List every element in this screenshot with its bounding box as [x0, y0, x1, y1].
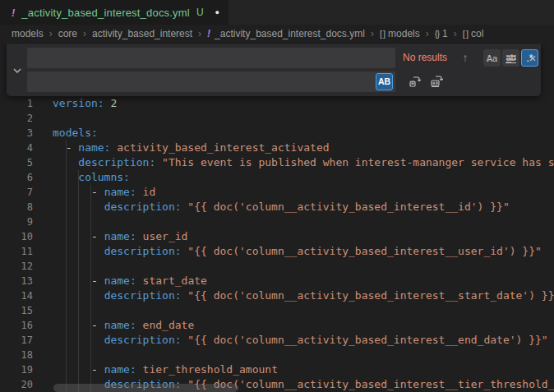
- code-text: description: "{{ doc('column__activity_b…: [33, 244, 542, 259]
- unsaved-dot-icon[interactable]: ●: [215, 8, 219, 16]
- code-lines: 1version: 223models:4 - name: activity_b…: [0, 96, 554, 392]
- code-token: [53, 245, 104, 257]
- line-number: 10: [0, 229, 33, 244]
- git-status-badge: U: [196, 7, 204, 18]
- line-number: 14: [0, 288, 33, 303]
- code-line[interactable]: 15: [0, 303, 554, 318]
- editor[interactable]: 1version: 223models:4 - name: activity_b…: [0, 43, 554, 392]
- line-number: 9: [0, 214, 33, 229]
- line-number: 1: [0, 96, 33, 111]
- code-token: [53, 171, 78, 183]
- code-line[interactable]: 9: [0, 214, 554, 229]
- code-token: tier_threshold_amount: [136, 363, 278, 376]
- find-input[interactable]: \s{6}- name: (.*)\n description: "": [27, 48, 395, 68]
- breadcrumb-item[interactable]: activity_based_interest: [92, 28, 192, 39]
- breadcrumb-item[interactable]: core: [58, 28, 77, 39]
- breadcrumb-item[interactable]: [ ]col: [463, 28, 484, 39]
- code-token: models:: [53, 127, 98, 139]
- line-number: 3: [0, 126, 33, 141]
- code-token: user_id: [136, 230, 188, 242]
- code-line[interactable]: 6 columns:: [0, 170, 554, 185]
- code-token: "{{ doc('column__activity_based_interest…: [182, 289, 554, 302]
- line-number: 7: [0, 185, 33, 200]
- breadcrumb-label: activity_based_interest: [92, 28, 192, 39]
- symbol-object-icon: {}: [435, 29, 439, 39]
- code-line[interactable]: 12: [0, 259, 554, 274]
- line-number: 18: [0, 348, 33, 362]
- code-token: name:: [104, 363, 136, 376]
- breadcrumb-label: core: [58, 28, 77, 39]
- line-number: 15: [0, 303, 33, 318]
- code-line[interactable]: 14 description: "{{ doc('column__activit…: [0, 288, 554, 303]
- code-token: name:: [104, 230, 136, 242]
- code-token: -: [53, 319, 104, 331]
- find-next-button[interactable]: ↓: [479, 48, 497, 67]
- code-line[interactable]: 11 description: "{{ doc('column__activit…: [0, 244, 554, 259]
- code-token: [53, 334, 104, 346]
- find-replace-widget: \s{6}- name: (.*)\n description: "" Aa a…: [7, 44, 541, 96]
- code-text: [33, 259, 53, 274]
- code-token: name:: [104, 274, 136, 287]
- find-in-selection-button[interactable]: [502, 48, 520, 67]
- code-token: version:: [53, 97, 104, 109]
- toggle-replace-chevron-icon[interactable]: [11, 64, 24, 77]
- code-token: name:: [104, 319, 136, 331]
- code-line[interactable]: 1version: 2: [0, 96, 554, 111]
- code-line[interactable]: 7 - name: id: [0, 185, 554, 200]
- breadcrumb-item[interactable]: !_activity_based_interest_docs.yml: [207, 28, 365, 39]
- code-token: "{{ doc('column__activity_based_interest…: [182, 334, 548, 346]
- breadcrumb-item[interactable]: models: [12, 28, 44, 39]
- code-token: description:: [104, 334, 182, 346]
- code-line[interactable]: 5 description: "This event is published …: [0, 155, 554, 170]
- vscode-window: ! _activity_based_interest_docs.yml U ● …: [0, 0, 554, 392]
- find-previous-button[interactable]: ↑: [456, 48, 474, 67]
- yaml-file-icon: !: [12, 7, 15, 19]
- code-line[interactable]: 4 - name: activity_based_interest_activa…: [0, 141, 554, 155]
- code-token: -: [53, 230, 104, 242]
- preserve-case-button[interactable]: AB: [376, 73, 393, 90]
- code-text: columns:: [33, 170, 130, 185]
- line-number: 5: [0, 155, 33, 170]
- code-text: [33, 348, 53, 362]
- code-line[interactable]: 17 description: "{{ doc('column__activit…: [0, 333, 554, 348]
- code-token: 2: [104, 97, 118, 109]
- code-text: - name: user_id: [33, 229, 187, 244]
- code-token: name:: [104, 186, 136, 198]
- code-line[interactable]: 19 - name: tier_threshold_amount: [0, 362, 554, 377]
- breadcrumb-label: _activity_based_interest_docs.yml: [215, 28, 365, 39]
- code-token: start_date: [136, 274, 207, 287]
- code-token: description:: [78, 156, 155, 168]
- replace-all-button[interactable]: [427, 72, 446, 90]
- replace-button[interactable]: [406, 72, 424, 90]
- horizontal-scrollbar-thumb[interactable]: [53, 384, 238, 392]
- replace-input[interactable]: - name: $1\n description: "{{ doc('colum…: [27, 71, 395, 92]
- code-line[interactable]: 18: [0, 348, 554, 362]
- code-token: id: [136, 186, 155, 198]
- code-token: "This event is published when interest-m…: [155, 156, 554, 168]
- tab-filename: _activity_based_interest_docs.yml: [21, 7, 190, 19]
- code-token: [53, 289, 104, 302]
- code-line[interactable]: 3models:: [0, 126, 554, 141]
- tab-bar: ! _activity_based_interest_docs.yml U ●: [0, 0, 554, 25]
- code-text: - name: start_date: [33, 274, 207, 288]
- symbol-array-icon: [ ]: [380, 29, 385, 39]
- line-number: 8: [0, 200, 33, 214]
- code-line[interactable]: 16 - name: end_date: [0, 318, 554, 333]
- tab-active[interactable]: ! _activity_based_interest_docs.yml U ●: [0, 0, 229, 25]
- code-text: [33, 111, 53, 126]
- chevron-right-icon: ›: [198, 28, 201, 39]
- line-number: 2: [0, 111, 33, 126]
- breadcrumb-item[interactable]: {}1: [435, 28, 448, 39]
- breadcrumb-label: models: [12, 28, 44, 39]
- chevron-right-icon: ›: [454, 28, 457, 39]
- code-line[interactable]: 2: [0, 111, 554, 126]
- code-token: end_date: [136, 319, 194, 331]
- code-text: description: "{{ doc('column__activity_b…: [33, 288, 554, 303]
- code-token: -: [53, 141, 78, 154]
- breadcrumb-item[interactable]: [ ]models: [380, 28, 420, 39]
- code-line[interactable]: 10 - name: user_id: [0, 229, 554, 244]
- line-number: 6: [0, 170, 33, 185]
- code-line[interactable]: 8 description: "{{ doc('column__activity…: [0, 200, 554, 214]
- close-find-widget-button[interactable]: ×: [524, 48, 542, 67]
- code-line[interactable]: 13 - name: start_date: [0, 274, 554, 288]
